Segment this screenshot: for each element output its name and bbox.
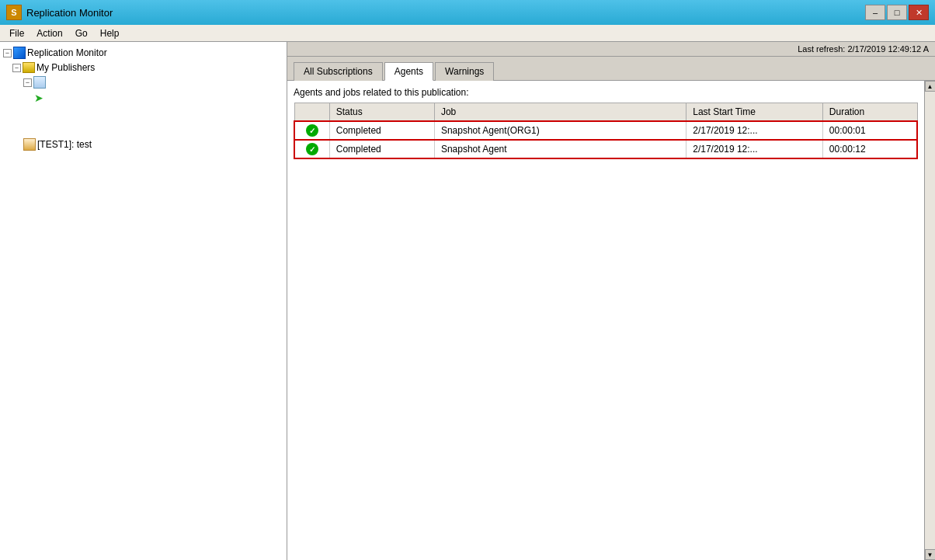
col-header-icon [294, 103, 329, 122]
left-panel: − Replication Monitor − My Publishers − … [0, 42, 287, 560]
tree-root[interactable]: − Replication Monitor [2, 45, 285, 61]
tree-expand-indicator[interactable]: − [2, 75, 285, 90]
close-button[interactable]: ✕ [909, 5, 929, 20]
green-check-icon: ✓ [306, 124, 318, 137]
tree-area: − Replication Monitor − My Publishers − … [0, 42, 287, 155]
table-row[interactable]: ✓ Completed Snapshot Agent(ORG1) 2/17/20… [294, 121, 917, 140]
last-start-cell: 2/17/2019 12:... [686, 121, 823, 140]
collapse-server-icon: − [23, 78, 32, 87]
menu-file[interactable]: File [3, 26, 30, 40]
minimize-button[interactable]: – [865, 5, 885, 20]
tab-all-subscriptions[interactable]: All Subscriptions [294, 62, 383, 81]
table-row[interactable]: ✓ Completed Snapshot Agent 2/17/2019 12:… [294, 140, 917, 158]
tree-arrow-row: ➤ [2, 90, 285, 106]
menu-go[interactable]: Go [69, 26, 94, 40]
green-check-icon: ✓ [306, 143, 318, 155]
publishers-folder-icon [23, 62, 35, 73]
app-icon: S [6, 5, 22, 20]
col-header-status: Status [329, 103, 434, 122]
tab-warnings[interactable]: Warnings [435, 62, 494, 81]
section-label: Agents and jobs related to this publicat… [294, 87, 918, 98]
menu-help[interactable]: Help [94, 26, 126, 40]
col-header-last-start: Last Start Time [686, 103, 823, 122]
scroll-down-button[interactable]: ▼ [925, 549, 936, 560]
col-header-job: Job [434, 103, 686, 122]
status-cell: Completed [329, 121, 434, 140]
scroll-up-button[interactable]: ▲ [925, 81, 936, 92]
agents-table: Status Job Last Start Time Duration ✓ [294, 103, 918, 159]
title-bar-left: S Replication Monitor [6, 5, 113, 20]
job-cell: Snapshot Agent(ORG1) [434, 121, 686, 140]
tab-bar: All Subscriptions Agents Warnings [287, 57, 935, 81]
collapse-root-icon: − [3, 49, 12, 57]
last-start-cell: 2/17/2019 12:... [686, 140, 823, 158]
content-area: Agents and jobs related to this publicat… [287, 81, 924, 560]
duration-cell: 00:00:01 [822, 121, 917, 140]
window-title: Replication Monitor [26, 7, 113, 19]
publication-icon [23, 138, 36, 151]
tree-publishers-label: My Publishers [36, 62, 95, 73]
collapse-publishers-icon: − [12, 64, 21, 72]
main-layout: − Replication Monitor − My Publishers − … [0, 42, 935, 560]
tree-arrow-icon: ➤ [34, 92, 43, 104]
window-controls: – □ ✕ [865, 5, 929, 20]
tree-root-label: Replication Monitor [27, 47, 107, 58]
scroll-track [925, 92, 936, 549]
right-panel: Last refresh: 2/17/2019 12:49:12 A All S… [287, 42, 935, 560]
title-bar: S Replication Monitor – □ ✕ [0, 0, 935, 25]
maximize-button[interactable]: □ [887, 5, 907, 20]
status-icon-cell: ✓ [294, 121, 329, 140]
menu-bar: File Action Go Help [0, 25, 935, 42]
col-header-duration: Duration [822, 103, 917, 122]
tree-publication-label: [TEST1]: test [37, 139, 92, 150]
duration-cell: 00:00:12 [822, 140, 917, 158]
tree-publication[interactable]: [TEST1]: test [2, 137, 285, 152]
tab-agents[interactable]: Agents [384, 62, 433, 81]
menu-action[interactable]: Action [30, 26, 68, 40]
right-header: Last refresh: 2/17/2019 12:49:12 A [287, 42, 935, 57]
last-refresh-label: Last refresh: 2/17/2019 12:49:12 A [798, 44, 929, 54]
status-icon-cell: ✓ [294, 140, 329, 158]
status-cell: Completed [329, 140, 434, 158]
scrollbar[interactable]: ▲ ▼ [924, 81, 935, 560]
replication-icon [13, 47, 26, 59]
job-cell: Snapshot Agent [434, 140, 686, 158]
tree-publishers[interactable]: − My Publishers [2, 61, 285, 75]
server-icon [33, 76, 46, 89]
